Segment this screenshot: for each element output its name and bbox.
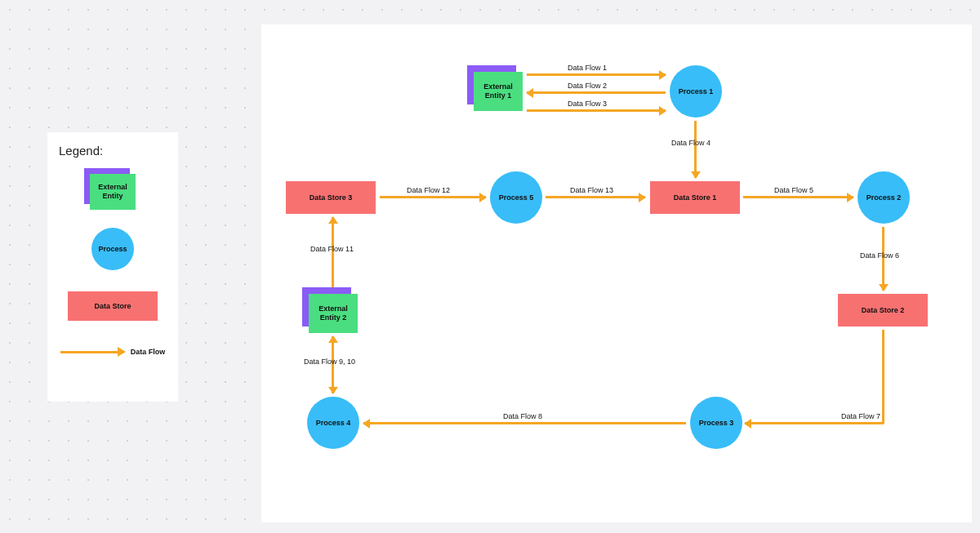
- external-entity-2-label: External Entity 2: [309, 294, 358, 333]
- label-dataflow-6: Data Flow 6: [860, 251, 899, 260]
- external-entity-1-label: External Entity 1: [474, 72, 523, 111]
- process-icon: Process: [91, 228, 134, 270]
- arrow-dataflow-2: [527, 91, 666, 94]
- label-dataflow-4: Data Flow 4: [671, 139, 710, 147]
- arrow-dataflow-4: [694, 121, 697, 178]
- node-datastore-2[interactable]: Data Store 2: [838, 294, 928, 326]
- arrow-dataflow-7-v: [882, 330, 884, 424]
- label-dataflow-13: Data Flow 13: [570, 186, 613, 194]
- node-process-5[interactable]: Process 5: [490, 171, 542, 224]
- external-entity-icon: External Entity: [90, 174, 136, 210]
- node-datastore-1[interactable]: Data Store 1: [650, 181, 740, 214]
- process-5-label: Process 5: [499, 193, 534, 202]
- datastore-3-label: Data Store 3: [310, 193, 353, 202]
- label-dataflow-5: Data Flow 5: [774, 186, 813, 194]
- node-external-entity-1[interactable]: External Entity 1: [474, 72, 523, 111]
- arrow-dataflow-13: [546, 196, 645, 198]
- label-dataflow-3: Data Flow 3: [568, 100, 607, 108]
- process-3-label: Process 3: [699, 419, 734, 427]
- label-dataflow-11: Data Flow 11: [310, 245, 354, 253]
- arrow-dataflow-5: [743, 196, 853, 198]
- arrow-dataflow-1: [527, 73, 666, 76]
- datastore-label: Data Store: [94, 302, 131, 310]
- datastore-1-label: Data Store 1: [674, 193, 717, 202]
- arrow-head-icon: [118, 347, 126, 357]
- label-dataflow-1: Data Flow 1: [568, 64, 607, 72]
- process-2-label: Process 2: [866, 193, 902, 202]
- label-dataflow-7: Data Flow 7: [841, 412, 880, 420]
- arrow-dataflow-8: [363, 422, 686, 424]
- label-dataflow-12: Data Flow 12: [407, 186, 450, 194]
- process-1-label: Process 1: [679, 87, 714, 95]
- node-process-4[interactable]: Process 4: [307, 397, 359, 449]
- legend-title: Legend:: [59, 144, 167, 158]
- legend-dataflow: Data Flow: [59, 344, 167, 360]
- datastore-icon: Data Store: [68, 291, 158, 321]
- diagram-canvas[interactable]: External Entity 1 Process 1 Data Flow 1 …: [261, 24, 972, 522]
- legend-datastore: Data Store: [59, 286, 167, 326]
- arrow-line-icon: [60, 351, 118, 353]
- process-4-label: Process 4: [316, 419, 351, 427]
- arrow-dataflow-12: [380, 196, 486, 198]
- legend-external-entity: External Entity: [59, 172, 167, 211]
- datastore-2-label: Data Store 2: [862, 306, 905, 314]
- node-process-3[interactable]: Process 3: [690, 397, 742, 449]
- label-dataflow-9-10: Data Flow 9, 10: [304, 358, 355, 366]
- legend-process: Process: [59, 229, 167, 269]
- process-label: Process: [98, 245, 127, 253]
- label-dataflow-8: Data Flow 8: [503, 412, 542, 420]
- external-entity-label: External Entity: [90, 174, 136, 210]
- node-datastore-3[interactable]: Data Store 3: [286, 181, 376, 214]
- legend-panel: Legend: External Entity Process Data Sto…: [47, 132, 178, 402]
- node-process-1[interactable]: Process 1: [670, 65, 722, 118]
- dataflow-label: Data Flow: [131, 348, 166, 356]
- node-external-entity-2[interactable]: External Entity 2: [309, 294, 358, 333]
- arrow-dataflow-3: [527, 109, 666, 112]
- arrow-dataflow-7-h: [745, 422, 884, 424]
- label-dataflow-2: Data Flow 2: [568, 82, 607, 90]
- node-process-2[interactable]: Process 2: [858, 171, 910, 224]
